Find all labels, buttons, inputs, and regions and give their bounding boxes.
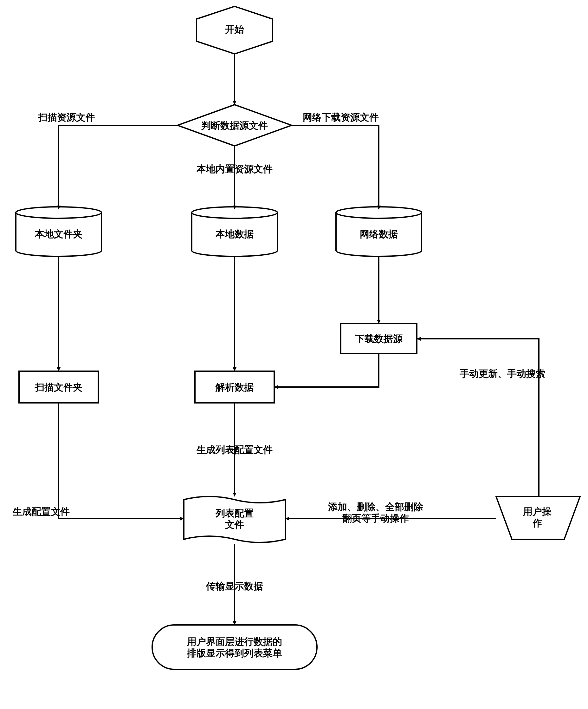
terminator-label: 用户界面层进行数据的 排版显示得到列表菜单 [152, 636, 317, 659]
network-data-label: 网络数据 [336, 229, 422, 240]
parse-data-label: 解析数据 [195, 382, 274, 393]
manual-update-label: 手动更新、手动搜索 [459, 368, 586, 379]
download-source-label: 下载数据源 [341, 333, 417, 344]
net-download-res-label: 网络下载资源文件 [303, 112, 411, 123]
user-op-label: 用户操 作 [501, 506, 574, 529]
local-data-label: 本地数据 [192, 229, 277, 240]
scan-folder-label: 扫描文件夹 [19, 382, 98, 393]
decision-label: 判断数据源文件 [177, 120, 291, 131]
flowchart-svg [0, 0, 588, 709]
start-label: 开始 [197, 24, 273, 35]
scan-res-label: 扫描资源文件 [38, 112, 120, 123]
list-config-label: 列表配置 文件 [184, 507, 285, 530]
gen-config-label: 生成配置文件 [13, 506, 95, 517]
local-builtin-label: 本地内置资源文件 [187, 163, 282, 175]
gen-list-config-label: 生成列表配置文件 [177, 444, 291, 455]
local-folder-label: 本地文件夹 [16, 229, 102, 240]
add-delete-label: 添加、删除、全部删除 翻页等手动操作 [303, 501, 449, 524]
transmit-display-label: 传输显示数据 [177, 580, 291, 592]
flowchart-canvas: 开始 判断数据源文件 本地文件夹 本地数据 网络数据 下载数据源 扫描文件夹 解… [0, 0, 588, 709]
